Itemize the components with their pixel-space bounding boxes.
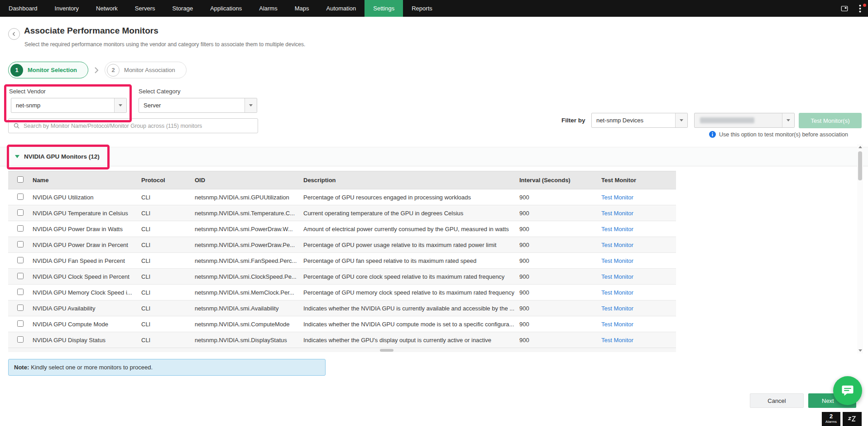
monitor-name: NVIDIA GPU Fan Speed in Percent (33, 253, 141, 269)
table-row[interactable]: NVIDIA GPU Compute Mode CLI netsnmp.NVID… (8, 316, 676, 332)
row-checkbox[interactable] (17, 194, 24, 200)
test-monitor-link[interactable]: Test Monitor (601, 242, 633, 248)
note-text: Kindly select one or more monitors to pr… (31, 364, 153, 371)
row-checkbox[interactable] (17, 336, 24, 343)
search-input[interactable] (24, 123, 258, 129)
test-monitor-link[interactable]: Test Monitor (601, 210, 633, 217)
table-row[interactable]: NVIDIA GPU Memory Clock Speed i... CLI n… (8, 285, 676, 300)
test-monitor-link[interactable]: Test Monitor (601, 289, 633, 296)
row-checkbox[interactable] (17, 209, 24, 216)
vendor-dropdown[interactable]: net-snmp (11, 98, 127, 113)
notification-dot (863, 4, 866, 7)
nav-item-dashboard[interactable]: Dashboard (0, 0, 46, 17)
nav-item-reports[interactable]: Reports (403, 0, 441, 17)
monitor-name: NVIDIA GPU Availability (33, 300, 141, 316)
monitor-oid: netsnmp.NVIDIA.smi.Temperature.C... (195, 205, 303, 221)
col-header-protocol: Protocol (141, 171, 195, 189)
top-nav: Dashboard Inventory Network Servers Stor… (0, 0, 868, 17)
monitor-description: Percentage of GPU resources engaged in p… (303, 189, 519, 205)
back-chevron-icon (11, 31, 17, 37)
row-checkbox[interactable] (17, 320, 24, 327)
vscrollbar-thumb[interactable] (858, 151, 862, 180)
nav-item-applications[interactable]: Applications (201, 0, 250, 17)
category-dropdown[interactable]: Server (139, 98, 257, 113)
section-title: NVIDIA GPU Monitors (12) (24, 153, 100, 160)
table-horizontal-scrollbar[interactable] (8, 348, 676, 352)
hscrollbar-thumb[interactable] (380, 349, 393, 352)
monitor-oid: netsnmp.NVIDIA.smi.Availability (195, 300, 303, 316)
select-all-checkbox[interactable] (17, 176, 24, 183)
row-checkbox[interactable] (17, 289, 24, 295)
step-separator-icon (94, 67, 99, 74)
monitor-interval: 900 (519, 300, 601, 316)
kebab-menu-icon[interactable] (854, 3, 865, 14)
nav-item-alarms[interactable]: Alarms (250, 0, 286, 17)
monitor-protocol: CLI (141, 332, 195, 348)
collapse-triangle-icon[interactable] (15, 155, 19, 158)
scroll-down-icon[interactable] (857, 348, 863, 353)
step-1-label: Monitor Selection (28, 67, 77, 73)
monitor-group-section[interactable]: NVIDIA GPU Monitors (12) (0, 147, 868, 166)
redacted-value (700, 117, 754, 123)
monitor-protocol: CLI (141, 205, 195, 221)
snooze-alarms-badge[interactable] (843, 412, 862, 426)
monitors-table: Name Protocol OID Description Interval (… (8, 171, 676, 348)
table-row[interactable]: NVIDIA GPU Utilization CLI netsnmp.NVIDI… (8, 189, 676, 205)
category-label: Select Category (139, 88, 181, 95)
test-monitor-link[interactable]: Test Monitor (601, 321, 633, 328)
vertical-scrollbar[interactable] (857, 144, 863, 353)
monitor-description: Indicates whether the NVIDIA GPU compute… (303, 316, 519, 332)
table-row[interactable]: NVIDIA GPU Fan Speed in Percent CLI nets… (8, 253, 676, 269)
nav-right-icons (839, 0, 865, 17)
step-monitor-selection[interactable]: 1 Monitor Selection (8, 62, 88, 78)
table-row[interactable]: NVIDIA GPU Clock Speed in Percent CLI ne… (8, 269, 676, 285)
table-row[interactable]: NVIDIA GPU Power Draw in Watts CLI netsn… (8, 221, 676, 237)
test-monitors-button[interactable]: Test Monitor(s) (799, 113, 862, 128)
test-device-chevron-down-icon[interactable] (782, 113, 794, 127)
table-row[interactable]: NVIDIA GPU Temperature in Celsius CLI ne… (8, 205, 676, 221)
test-monitor-link[interactable]: Test Monitor (601, 257, 633, 264)
monitor-protocol: CLI (141, 237, 195, 253)
row-checkbox[interactable] (17, 273, 24, 279)
nav-item-network[interactable]: Network (87, 0, 126, 17)
test-device-dropdown[interactable] (694, 113, 795, 128)
test-hint-text: Use this option to test monitor(s) befor… (719, 131, 848, 138)
category-chevron-down-icon[interactable] (245, 98, 257, 112)
monitor-searchbox[interactable] (8, 118, 258, 133)
scroll-up-icon[interactable] (857, 144, 863, 150)
col-header-description: Description (303, 171, 519, 189)
chat-button[interactable] (833, 376, 862, 405)
test-monitor-link[interactable]: Test Monitor (601, 337, 633, 344)
nav-item-inventory[interactable]: Inventory (46, 0, 87, 17)
cancel-button[interactable]: Cancel (750, 393, 804, 408)
vendor-chevron-down-icon[interactable] (114, 98, 126, 112)
test-monitor-link[interactable]: Test Monitor (601, 305, 633, 312)
row-checkbox[interactable] (17, 225, 24, 232)
device-filter-dropdown[interactable]: net-snmp Devices (591, 113, 688, 128)
table-header-row: Name Protocol OID Description Interval (… (8, 171, 676, 189)
monitor-protocol: CLI (141, 300, 195, 316)
nav-item-settings[interactable]: Settings (364, 0, 403, 17)
device-filter-chevron-down-icon[interactable] (675, 113, 687, 127)
row-checkbox[interactable] (17, 257, 24, 263)
window-icon[interactable] (839, 3, 850, 14)
test-monitor-link[interactable]: Test Monitor (601, 194, 633, 201)
row-checkbox[interactable] (17, 305, 24, 311)
table-row[interactable]: NVIDIA GPU Availability CLI netsnmp.NVID… (8, 300, 676, 316)
test-monitor-link[interactable]: Test Monitor (601, 273, 633, 280)
nav-item-automation[interactable]: Automation (317, 0, 364, 17)
table-row[interactable]: NVIDIA GPU Power Draw in Percent CLI net… (8, 237, 676, 253)
nav-item-servers[interactable]: Servers (126, 0, 164, 17)
step-monitor-association[interactable]: 2 Monitor Association (105, 62, 187, 78)
back-button[interactable] (8, 28, 20, 40)
nav-item-storage[interactable]: Storage (164, 0, 202, 17)
chat-icon (841, 384, 854, 397)
test-monitor-link[interactable]: Test Monitor (601, 226, 633, 232)
monitor-protocol: CLI (141, 316, 195, 332)
nav-item-maps[interactable]: Maps (286, 0, 318, 17)
alarm-count-badge[interactable]: 2 Alarms (822, 412, 840, 426)
row-checkbox[interactable] (17, 241, 24, 247)
table-row[interactable]: NVIDIA GPU Display Status CLI netsnmp.NV… (8, 332, 676, 348)
device-filter-value: net-snmp Devices (592, 117, 675, 124)
test-hint: Use this option to test monitor(s) befor… (709, 131, 848, 138)
